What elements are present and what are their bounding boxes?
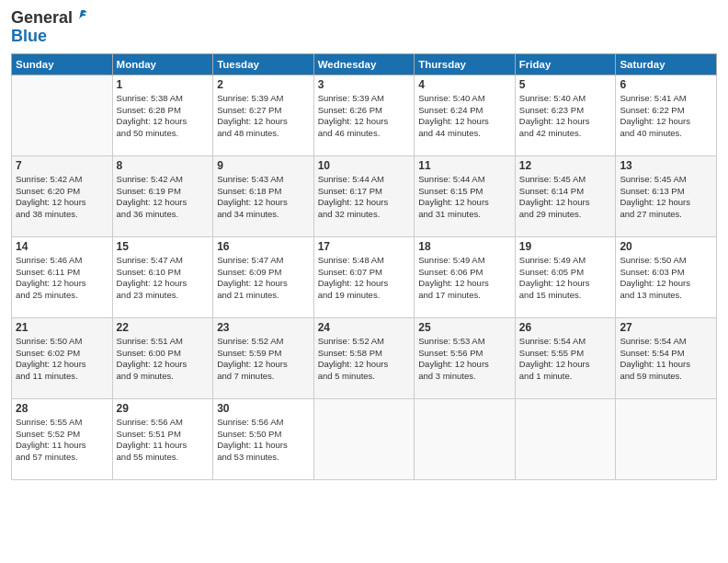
calendar-week-row: 28Sunrise: 5:55 AM Sunset: 5:52 PM Dayli…: [12, 398, 717, 479]
day-number: 18: [418, 240, 511, 253]
day-info: Sunrise: 5:48 AM Sunset: 6:07 PM Dayligh…: [318, 255, 411, 302]
day-info: Sunrise: 5:55 AM Sunset: 5:52 PM Dayligh…: [16, 417, 108, 464]
calendar-cell: 30Sunrise: 5:56 AM Sunset: 5:50 PM Dayli…: [213, 398, 314, 479]
weekday-header: Tuesday: [213, 53, 314, 75]
calendar-cell: [313, 398, 415, 479]
calendar-cell: 20Sunrise: 5:50 AM Sunset: 6:03 PM Dayli…: [616, 236, 717, 317]
calendar-cell: 12Sunrise: 5:45 AM Sunset: 6:14 PM Dayli…: [515, 155, 616, 236]
calendar-week-row: 1Sunrise: 5:38 AM Sunset: 6:28 PM Daylig…: [12, 75, 717, 155]
day-number: 29: [117, 402, 210, 415]
calendar-cell: 6Sunrise: 5:41 AM Sunset: 6:22 PM Daylig…: [616, 75, 717, 155]
day-number: 2: [217, 78, 310, 91]
day-number: 10: [318, 159, 411, 172]
day-info: Sunrise: 5:56 AM Sunset: 5:50 PM Dayligh…: [217, 417, 310, 464]
calendar-cell: 11Sunrise: 5:44 AM Sunset: 6:15 PM Dayli…: [415, 155, 516, 236]
day-info: Sunrise: 5:45 AM Sunset: 6:13 PM Dayligh…: [620, 174, 712, 221]
calendar-cell: 19Sunrise: 5:49 AM Sunset: 6:05 PM Dayli…: [515, 236, 616, 317]
day-info: Sunrise: 5:41 AM Sunset: 6:22 PM Dayligh…: [620, 93, 712, 140]
day-info: Sunrise: 5:46 AM Sunset: 6:11 PM Dayligh…: [16, 255, 108, 302]
day-info: Sunrise: 5:39 AM Sunset: 6:26 PM Dayligh…: [318, 93, 411, 140]
calendar-cell: 29Sunrise: 5:56 AM Sunset: 5:51 PM Dayli…: [112, 398, 213, 479]
calendar-header-row: SundayMondayTuesdayWednesdayThursdayFrid…: [12, 53, 717, 75]
calendar-cell: 7Sunrise: 5:42 AM Sunset: 6:20 PM Daylig…: [12, 155, 113, 236]
weekday-header: Monday: [112, 53, 213, 75]
weekday-header: Thursday: [415, 53, 516, 75]
day-info: Sunrise: 5:43 AM Sunset: 6:18 PM Dayligh…: [217, 174, 310, 221]
calendar-cell: 21Sunrise: 5:50 AM Sunset: 6:02 PM Dayli…: [12, 317, 113, 398]
day-info: Sunrise: 5:49 AM Sunset: 6:06 PM Dayligh…: [418, 255, 511, 302]
calendar-cell: 28Sunrise: 5:55 AM Sunset: 5:52 PM Dayli…: [12, 398, 113, 479]
day-info: Sunrise: 5:49 AM Sunset: 6:05 PM Dayligh…: [519, 255, 612, 302]
day-number: 12: [519, 159, 612, 172]
day-info: Sunrise: 5:38 AM Sunset: 6:28 PM Dayligh…: [117, 93, 210, 140]
day-number: 26: [519, 321, 612, 334]
day-info: Sunrise: 5:44 AM Sunset: 6:17 PM Dayligh…: [318, 174, 411, 221]
day-number: 22: [117, 321, 210, 334]
calendar-cell: 1Sunrise: 5:38 AM Sunset: 6:28 PM Daylig…: [112, 75, 213, 155]
day-number: 4: [418, 78, 511, 91]
logo-bird-icon: [74, 9, 88, 28]
calendar-week-row: 7Sunrise: 5:42 AM Sunset: 6:20 PM Daylig…: [12, 155, 717, 236]
calendar-cell: 24Sunrise: 5:52 AM Sunset: 5:58 PM Dayli…: [313, 317, 415, 398]
calendar-cell: 9Sunrise: 5:43 AM Sunset: 6:18 PM Daylig…: [213, 155, 314, 236]
day-number: 11: [418, 159, 511, 172]
day-number: 27: [620, 321, 712, 334]
day-number: 6: [620, 78, 712, 91]
day-info: Sunrise: 5:52 AM Sunset: 5:59 PM Dayligh…: [217, 336, 310, 383]
page-header: General Blue: [11, 9, 717, 46]
day-number: 9: [217, 159, 310, 172]
day-number: 16: [217, 240, 310, 253]
day-number: 8: [117, 159, 210, 172]
day-info: Sunrise: 5:44 AM Sunset: 6:15 PM Dayligh…: [418, 174, 511, 221]
day-info: Sunrise: 5:52 AM Sunset: 5:58 PM Dayligh…: [318, 336, 411, 383]
day-info: Sunrise: 5:40 AM Sunset: 6:23 PM Dayligh…: [519, 93, 612, 140]
day-info: Sunrise: 5:45 AM Sunset: 6:14 PM Dayligh…: [519, 174, 612, 221]
day-info: Sunrise: 5:39 AM Sunset: 6:27 PM Dayligh…: [217, 93, 310, 140]
day-number: 20: [620, 240, 712, 253]
calendar-cell: 18Sunrise: 5:49 AM Sunset: 6:06 PM Dayli…: [415, 236, 516, 317]
day-number: 5: [519, 78, 612, 91]
calendar-week-row: 21Sunrise: 5:50 AM Sunset: 6:02 PM Dayli…: [12, 317, 717, 398]
calendar-cell: 27Sunrise: 5:54 AM Sunset: 5:54 PM Dayli…: [616, 317, 717, 398]
day-info: Sunrise: 5:50 AM Sunset: 6:03 PM Dayligh…: [620, 255, 712, 302]
weekday-header: Saturday: [616, 53, 717, 75]
calendar-cell: 14Sunrise: 5:46 AM Sunset: 6:11 PM Dayli…: [12, 236, 113, 317]
day-number: 17: [318, 240, 411, 253]
day-info: Sunrise: 5:56 AM Sunset: 5:51 PM Dayligh…: [117, 417, 210, 464]
weekday-header: Wednesday: [313, 53, 415, 75]
calendar-cell: 5Sunrise: 5:40 AM Sunset: 6:23 PM Daylig…: [515, 75, 616, 155]
calendar-cell: 16Sunrise: 5:47 AM Sunset: 6:09 PM Dayli…: [213, 236, 314, 317]
day-number: 19: [519, 240, 612, 253]
calendar-cell: 22Sunrise: 5:51 AM Sunset: 6:00 PM Dayli…: [112, 317, 213, 398]
logo-general: General: [11, 9, 73, 28]
logo-blue: Blue: [11, 28, 88, 46]
day-number: 3: [318, 78, 411, 91]
day-number: 21: [16, 321, 108, 334]
weekday-header: Sunday: [12, 53, 113, 75]
calendar-cell: [616, 398, 717, 479]
calendar-table: SundayMondayTuesdayWednesdayThursdayFrid…: [11, 53, 717, 480]
day-number: 24: [318, 321, 411, 334]
day-info: Sunrise: 5:51 AM Sunset: 6:00 PM Dayligh…: [117, 336, 210, 383]
calendar-cell: 3Sunrise: 5:39 AM Sunset: 6:26 PM Daylig…: [313, 75, 415, 155]
calendar-cell: 26Sunrise: 5:54 AM Sunset: 5:55 PM Dayli…: [515, 317, 616, 398]
day-number: 14: [16, 240, 108, 253]
weekday-header: Friday: [515, 53, 616, 75]
calendar-cell: [415, 398, 516, 479]
day-number: 23: [217, 321, 310, 334]
day-info: Sunrise: 5:47 AM Sunset: 6:10 PM Dayligh…: [117, 255, 210, 302]
day-number: 13: [620, 159, 712, 172]
day-number: 30: [217, 402, 310, 415]
calendar-cell: [12, 75, 113, 155]
calendar-cell: 10Sunrise: 5:44 AM Sunset: 6:17 PM Dayli…: [313, 155, 415, 236]
day-info: Sunrise: 5:53 AM Sunset: 5:56 PM Dayligh…: [418, 336, 511, 383]
day-number: 28: [16, 402, 108, 415]
calendar-cell: 4Sunrise: 5:40 AM Sunset: 6:24 PM Daylig…: [415, 75, 516, 155]
calendar-cell: 17Sunrise: 5:48 AM Sunset: 6:07 PM Dayli…: [313, 236, 415, 317]
day-number: 7: [16, 159, 108, 172]
day-info: Sunrise: 5:42 AM Sunset: 6:19 PM Dayligh…: [117, 174, 210, 221]
calendar-cell: [515, 398, 616, 479]
day-number: 25: [418, 321, 511, 334]
day-info: Sunrise: 5:47 AM Sunset: 6:09 PM Dayligh…: [217, 255, 310, 302]
calendar-cell: 2Sunrise: 5:39 AM Sunset: 6:27 PM Daylig…: [213, 75, 314, 155]
